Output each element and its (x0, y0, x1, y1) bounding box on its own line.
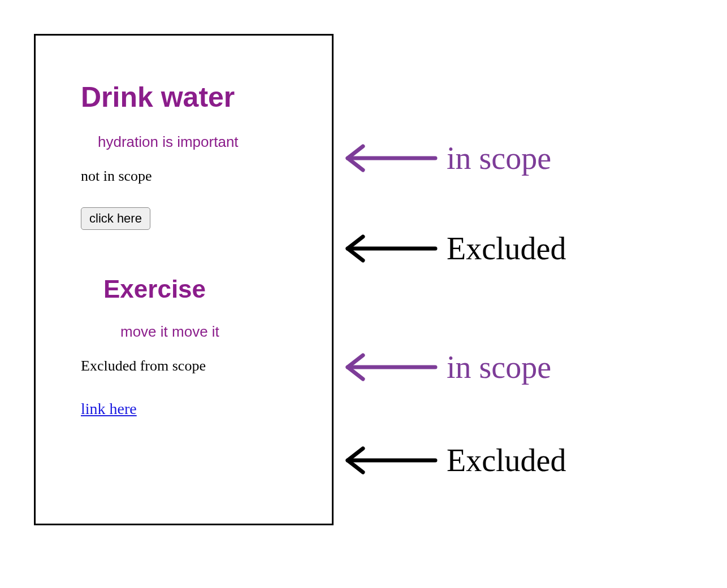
link-here[interactable]: link here (81, 400, 137, 418)
text-excluded-from-scope: Excluded from scope (81, 358, 309, 374)
annotation-in-scope-2: in scope (339, 347, 551, 387)
text-not-in-scope: not in scope (81, 168, 309, 185)
annotation-excluded-2: Excluded (339, 441, 566, 480)
annotation-label: in scope (447, 140, 551, 176)
click-here-button[interactable]: click here (81, 207, 150, 230)
annotation-label: Excluded (447, 230, 566, 267)
subtext-hydration: hydration is important (98, 133, 309, 151)
arrow-left-icon (339, 229, 441, 268)
annotation-in-scope-1: in scope (339, 138, 551, 178)
annotation-label: Excluded (447, 442, 566, 478)
arrow-left-icon (339, 138, 441, 178)
subtext-move-it: move it move it (120, 323, 309, 341)
arrow-left-icon (339, 347, 441, 387)
arrow-left-icon (339, 441, 441, 480)
heading-drink-water: Drink water (81, 81, 309, 114)
diagram-container: Drink water hydration is important not i… (34, 34, 334, 525)
annotations-layer: in scope Excluded in scope Excluded (339, 34, 727, 525)
scope-box: Drink water hydration is important not i… (34, 34, 334, 525)
annotation-excluded-1: Excluded (339, 229, 566, 268)
heading-exercise: Exercise (103, 275, 309, 303)
annotation-label: in scope (447, 349, 551, 385)
